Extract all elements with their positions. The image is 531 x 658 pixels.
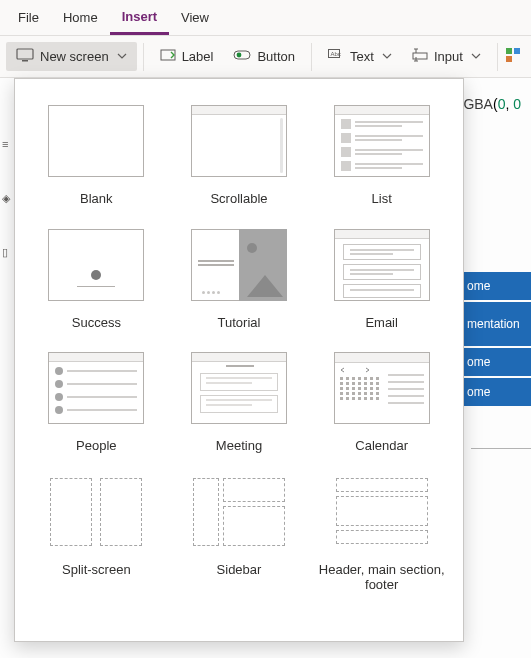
template-thumb [334, 352, 430, 424]
template-list[interactable]: List [312, 105, 452, 207]
template-label: Split-screen [62, 562, 131, 578]
template-label: Sidebar [217, 562, 262, 578]
template-label: Email [365, 315, 398, 331]
label-btn-text: Label [182, 49, 214, 64]
svg-rect-7 [413, 53, 427, 59]
left-rail-icon[interactable]: ◈ [2, 192, 14, 206]
separator [497, 43, 498, 71]
menu-insert[interactable]: Insert [110, 1, 169, 35]
svg-rect-2 [161, 50, 175, 60]
svg-rect-3 [234, 51, 250, 59]
template-label: Tutorial [218, 315, 261, 331]
template-tutorial[interactable]: Tutorial [169, 229, 309, 331]
template-label: Success [72, 315, 121, 331]
new-screen-button[interactable]: New screen [6, 42, 137, 71]
template-people[interactable]: People [26, 352, 166, 454]
new-screen-label: New screen [40, 49, 109, 64]
svg-rect-0 [17, 49, 33, 59]
chevron-down-icon [471, 49, 481, 64]
template-thumb [191, 105, 287, 177]
tree-item[interactable]: ome [463, 272, 531, 300]
chevron-down-icon [382, 49, 392, 64]
template-thumb [334, 476, 430, 548]
template-calendar[interactable]: Calendar [312, 352, 452, 454]
button-btn-text: Button [257, 49, 295, 64]
text-btn-text: Text [350, 49, 374, 64]
template-thumb [191, 229, 287, 301]
menu-bar: File Home Insert View [0, 0, 531, 36]
menu-view[interactable]: View [169, 2, 221, 33]
svg-rect-9 [514, 48, 520, 54]
label-icon [160, 48, 176, 65]
svg-rect-10 [506, 56, 512, 62]
template-label: Blank [80, 191, 113, 207]
input-btn-text: Input [434, 49, 463, 64]
template-header-main-footer[interactable]: Header, main section, footer [312, 476, 452, 593]
tree-item[interactable]: mentation [463, 302, 531, 346]
template-label: Header, main section, footer [317, 562, 447, 593]
gallery-icon [506, 48, 520, 65]
menu-home[interactable]: Home [51, 2, 110, 33]
template-meeting[interactable]: Meeting [169, 352, 309, 454]
template-success[interactable]: Success [26, 229, 166, 331]
svg-rect-8 [506, 48, 512, 54]
template-email[interactable]: Email [312, 229, 452, 331]
button-icon [233, 48, 251, 65]
svg-point-4 [237, 53, 242, 58]
text-button[interactable]: Abc Text [318, 43, 402, 70]
chevron-down-icon [117, 49, 127, 64]
divider [471, 448, 531, 449]
template-thumb [334, 105, 430, 177]
template-thumb [48, 476, 144, 548]
button-control-button[interactable]: Button [223, 42, 305, 71]
label-button[interactable]: Label [150, 42, 224, 71]
template-label: Calendar [355, 438, 408, 454]
screen-icon [16, 48, 34, 65]
tree-item[interactable]: ome [463, 348, 531, 376]
gallery-button[interactable] [504, 42, 522, 71]
template-thumb [191, 352, 287, 424]
svg-text:Abc: Abc [331, 51, 341, 57]
new-screen-dropdown: Blank Scrollable List Success [14, 78, 464, 642]
menu-file[interactable]: File [6, 2, 51, 33]
input-icon [412, 48, 428, 65]
text-icon: Abc [328, 49, 344, 64]
template-label: Meeting [216, 438, 262, 454]
template-sidebar[interactable]: Sidebar [169, 476, 309, 593]
svg-rect-1 [22, 60, 28, 62]
template-label: People [76, 438, 116, 454]
left-rail-icon[interactable]: ▯ [2, 246, 14, 260]
template-split-screen[interactable]: Split-screen [26, 476, 166, 593]
template-scrollable[interactable]: Scrollable [169, 105, 309, 207]
template-thumb [48, 229, 144, 301]
separator [311, 43, 312, 71]
template-label: Scrollable [210, 191, 267, 207]
input-button[interactable]: Input [402, 42, 491, 71]
template-blank[interactable]: Blank [26, 105, 166, 207]
tree-item[interactable]: ome [463, 378, 531, 406]
left-rail-icon[interactable]: ≡ [2, 138, 14, 152]
ribbon: New screen Label Button Abc Text Input [0, 36, 531, 78]
separator [143, 43, 144, 71]
template-thumb [48, 105, 144, 177]
template-thumb [191, 476, 287, 548]
template-thumb [334, 229, 430, 301]
template-thumb [48, 352, 144, 424]
template-label: List [372, 191, 392, 207]
